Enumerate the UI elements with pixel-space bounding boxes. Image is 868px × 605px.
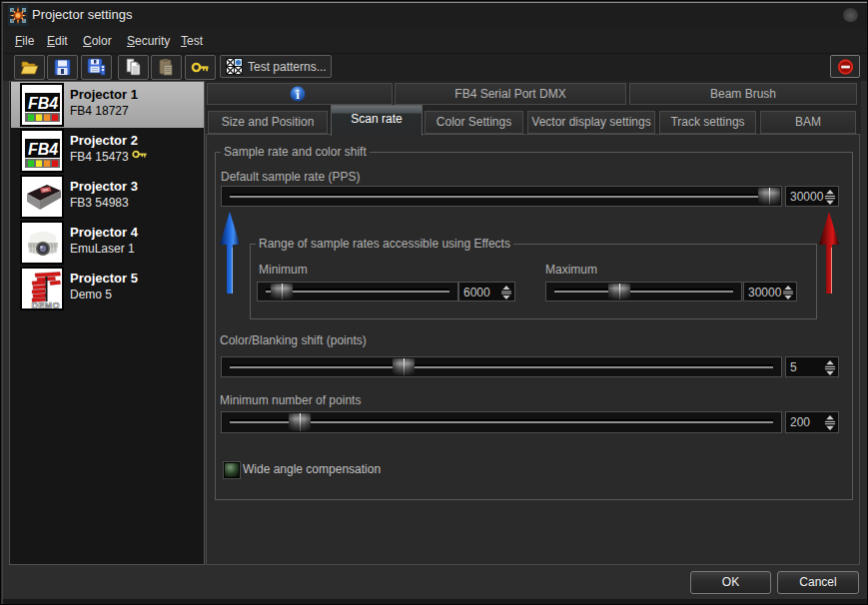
svg-text:FB4: FB4 <box>28 95 58 112</box>
svg-text:FB4: FB4 <box>28 141 58 158</box>
svg-text:i: i <box>296 88 300 102</box>
svg-text:DEMO: DEMO <box>32 301 60 309</box>
